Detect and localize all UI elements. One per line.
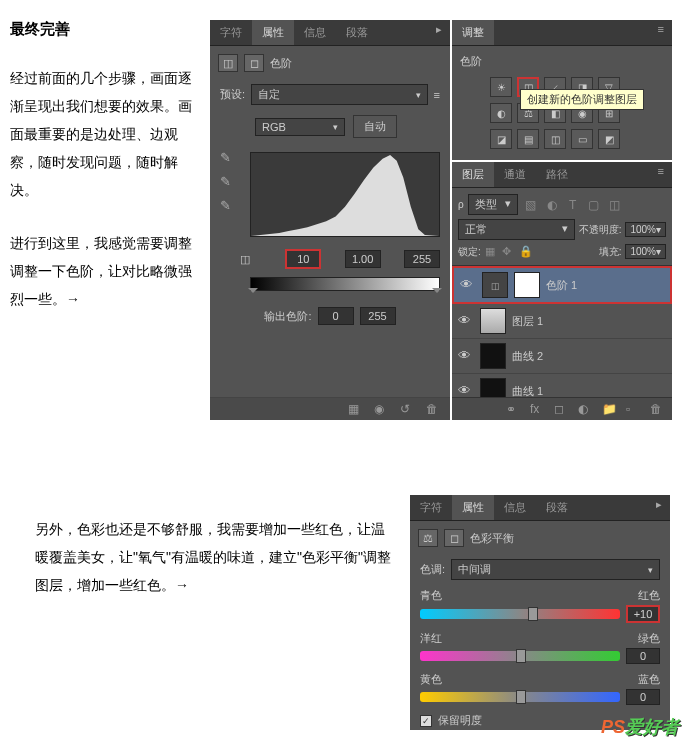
- reset-icon[interactable]: ↺: [400, 402, 416, 416]
- output-white-input[interactable]: [360, 307, 396, 325]
- cyan-red-input[interactable]: [626, 605, 660, 623]
- white-point-input[interactable]: [404, 250, 440, 268]
- layer-thumb[interactable]: [480, 308, 506, 334]
- tab-paragraph[interactable]: 段落: [336, 20, 378, 45]
- article-paragraph-2: 进行到这里，我感觉需要调整调整一下色阶，让对比略微强烈一些。→: [10, 229, 195, 313]
- channel-value: RGB: [262, 121, 286, 133]
- layer-name[interactable]: 色阶 1: [546, 278, 577, 293]
- adjustments-panel: 调整 ≡ 色阶 ☀ ◫ ⟋ ◨ ▽ 创建新的色阶调整图层 ◐ ⚖: [452, 20, 672, 160]
- lock-all-icon[interactable]: 🔒: [519, 245, 533, 259]
- histogram[interactable]: [250, 152, 440, 237]
- black-point-input[interactable]: [285, 249, 321, 269]
- histogram-small-icon: ◫: [240, 253, 258, 266]
- layer-thumb[interactable]: [480, 343, 506, 369]
- filter-adjust-icon[interactable]: ◐: [543, 197, 561, 213]
- hue-icon[interactable]: ◐: [490, 103, 512, 123]
- clip-icon[interactable]: ▦: [348, 402, 364, 416]
- fill-input[interactable]: 100%▾: [625, 244, 666, 259]
- threshold-icon[interactable]: ◫: [544, 129, 566, 149]
- filter-type-label: ρ: [458, 199, 464, 210]
- filter-type-value: 类型: [475, 197, 497, 212]
- layer-item[interactable]: 👁 图层 1: [452, 304, 672, 339]
- mask-icon[interactable]: ◻: [554, 402, 570, 416]
- filter-pixel-icon[interactable]: ▧: [522, 197, 540, 213]
- filter-smart-icon[interactable]: ◫: [606, 197, 624, 213]
- view-previous-icon[interactable]: ◉: [374, 402, 390, 416]
- white-eyedropper-icon[interactable]: ✎: [220, 198, 238, 214]
- magenta-green-input[interactable]: [626, 648, 660, 664]
- black-eyedropper-icon[interactable]: ✎: [220, 150, 238, 166]
- visibility-icon[interactable]: 👁: [458, 348, 474, 364]
- channel-dropdown[interactable]: RGB ▾: [255, 118, 345, 136]
- selective-color-icon[interactable]: ◩: [598, 129, 620, 149]
- output-gradient[interactable]: [250, 277, 440, 291]
- fx-icon[interactable]: fx: [530, 402, 546, 416]
- adjustment-layer-icon[interactable]: ◐: [578, 402, 594, 416]
- preset-dropdown[interactable]: 自定 ▾: [251, 84, 428, 105]
- auto-button[interactable]: 自动: [353, 115, 397, 138]
- tab-properties[interactable]: 属性: [452, 495, 494, 520]
- midpoint-input[interactable]: [345, 250, 381, 268]
- tab-adjustments[interactable]: 调整: [452, 20, 494, 45]
- tab-paragraph[interactable]: 段落: [536, 495, 578, 520]
- watermark: PS爱好者: [601, 715, 679, 739]
- panel-collapse-icon[interactable]: ▸: [428, 20, 450, 45]
- lock-position-icon[interactable]: ✥: [502, 245, 516, 259]
- layer-name[interactable]: 图层 1: [512, 314, 543, 329]
- tone-value: 中间调: [458, 562, 491, 577]
- chevron-down-icon: ▾: [333, 122, 338, 132]
- blend-mode-dropdown[interactable]: 正常▾: [458, 219, 575, 240]
- panel-menu-icon[interactable]: ≡: [650, 162, 672, 187]
- panel-menu-icon[interactable]: ≡: [650, 20, 672, 45]
- article-title: 最终完善: [10, 20, 195, 39]
- output-black-input[interactable]: [318, 307, 354, 325]
- tone-dropdown[interactable]: 中间调 ▾: [451, 559, 660, 580]
- visibility-icon[interactable]: 👁: [458, 313, 474, 329]
- tab-info[interactable]: 信息: [294, 20, 336, 45]
- watermark-text: 爱好者: [625, 717, 679, 737]
- filter-type-dropdown[interactable]: 类型▾: [468, 194, 518, 215]
- tab-paths[interactable]: 路径: [536, 162, 578, 187]
- new-layer-icon[interactable]: ▫: [626, 402, 642, 416]
- preserve-luminosity-checkbox[interactable]: ✓: [420, 715, 432, 727]
- layer-item[interactable]: 👁 曲线 2: [452, 339, 672, 374]
- trash-icon[interactable]: 🗑: [426, 402, 442, 416]
- tab-character[interactable]: 字符: [410, 495, 452, 520]
- opacity-input[interactable]: 100%▾: [625, 222, 666, 237]
- yellow-blue-input[interactable]: [626, 689, 660, 705]
- tab-properties[interactable]: 属性: [252, 20, 294, 45]
- watermark-ps: PS: [601, 717, 625, 737]
- adjustments-label: 色阶: [460, 54, 664, 69]
- magenta-label: 洋红: [420, 631, 442, 646]
- brightness-icon[interactable]: ☀: [490, 77, 512, 97]
- tab-info[interactable]: 信息: [494, 495, 536, 520]
- tab-channels[interactable]: 通道: [494, 162, 536, 187]
- magenta-green-slider[interactable]: [420, 651, 620, 661]
- chevron-down-icon: ▾: [648, 565, 653, 575]
- panel-collapse-icon[interactable]: ▸: [648, 495, 670, 520]
- layer-mask-thumb[interactable]: [514, 272, 540, 298]
- layer-adjustment-thumb[interactable]: ◫: [482, 272, 508, 298]
- tone-label: 色调:: [420, 562, 445, 577]
- mask-icon: ◻: [244, 54, 264, 72]
- visibility-icon[interactable]: 👁: [460, 277, 476, 293]
- tab-character[interactable]: 字符: [210, 20, 252, 45]
- tab-layers[interactable]: 图层: [452, 162, 494, 187]
- gray-eyedropper-icon[interactable]: ✎: [220, 174, 238, 190]
- yellow-blue-slider[interactable]: [420, 692, 620, 702]
- layer-name[interactable]: 曲线 2: [512, 349, 543, 364]
- layer-item[interactable]: 👁 ◫ 色阶 1: [452, 266, 672, 304]
- preset-menu-icon[interactable]: ≡: [434, 89, 440, 101]
- posterize-icon[interactable]: ▤: [517, 129, 539, 149]
- mask-icon: ◻: [444, 529, 464, 547]
- levels-icon: ◫: [218, 54, 238, 72]
- gradient-map-icon[interactable]: ▭: [571, 129, 593, 149]
- invert-icon[interactable]: ◪: [490, 129, 512, 149]
- group-icon[interactable]: 📁: [602, 402, 618, 416]
- cyan-red-slider[interactable]: [420, 609, 620, 619]
- link-icon[interactable]: ⚭: [506, 402, 522, 416]
- filter-shape-icon[interactable]: ▢: [585, 197, 603, 213]
- lock-pixels-icon[interactable]: ▦: [485, 245, 499, 259]
- trash-icon[interactable]: 🗑: [650, 402, 666, 416]
- filter-text-icon[interactable]: T: [564, 197, 582, 213]
